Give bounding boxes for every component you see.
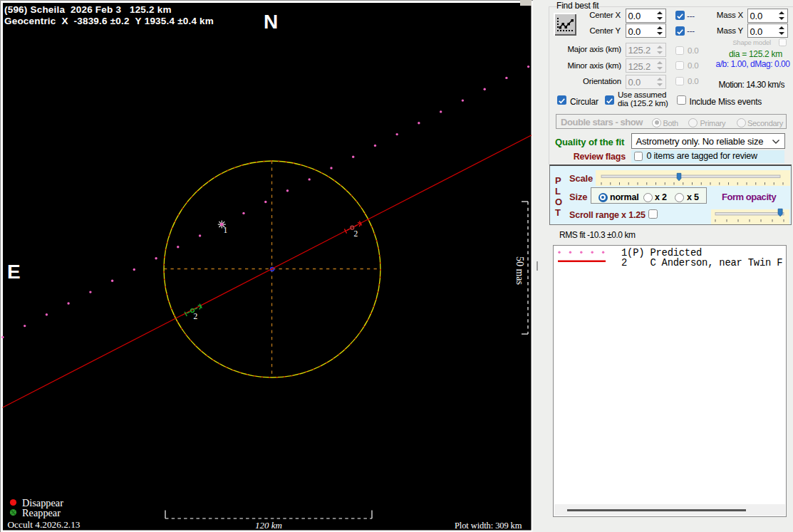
svg-text:(596) Scheila 2026 Feb 3 12: (596) Scheila 2026 Feb 3 125.2 km xyxy=(4,4,172,15)
svg-text:Plot width: 309 km: Plot width: 309 km xyxy=(455,521,522,531)
svg-text:2: 2 xyxy=(194,312,198,320)
svg-text:N: N xyxy=(264,11,278,33)
svg-text:Occult 4.2026.2.13: Occult 4.2026.2.13 xyxy=(8,519,81,530)
svg-text:50 mas: 50 mas xyxy=(514,256,525,285)
svg-text:Geocentric X -3839.6 ±0.2 Y: Geocentric X -3839.6 ±0.2 Y 1935.4 ±0.4 … xyxy=(4,16,214,26)
svg-text:Reappear: Reappear xyxy=(22,507,61,518)
svg-text:1: 1 xyxy=(224,226,228,234)
svg-text:2: 2 xyxy=(354,229,358,238)
svg-text:120 km: 120 km xyxy=(255,520,282,531)
svg-text:E: E xyxy=(7,261,21,283)
